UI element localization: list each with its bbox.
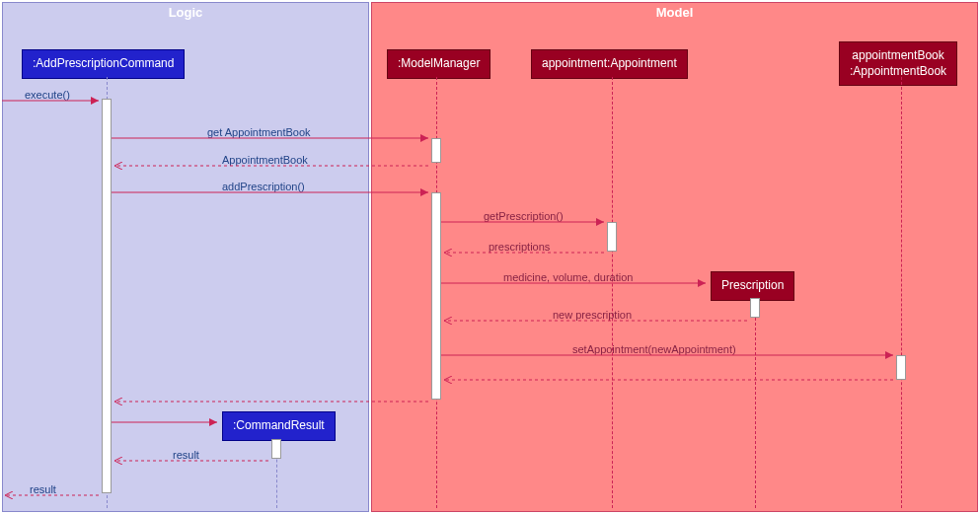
- msg-new-prescription: new prescription: [553, 309, 632, 321]
- msg-add-prescription: addPrescription(): [222, 181, 305, 192]
- sequence-diagram: Logic Model :AddPrescriptionCommand :Mod…: [0, 0, 980, 514]
- activation-modelmgr-1: [431, 138, 441, 163]
- activation-modelmgr-2: [431, 192, 441, 400]
- activation-cmdresult: [271, 439, 281, 459]
- lifeline-appointment: appointment:Appointment: [531, 49, 688, 79]
- msg-result-outer: result: [30, 483, 56, 495]
- msg-get-prescription: getPrescription(): [484, 210, 564, 222]
- activation-appointment: [607, 222, 617, 252]
- msg-execute: execute(): [25, 89, 70, 101]
- msg-result-inner: result: [173, 449, 199, 461]
- frame-logic-title: Logic: [163, 3, 209, 22]
- msg-med-vol-dur: medicine, volume, duration: [503, 271, 633, 283]
- msg-get-appt-book: get AppointmentBook: [207, 126, 311, 138]
- frame-model-title: Model: [650, 3, 700, 22]
- lifeline-line-prescription: [755, 298, 756, 508]
- msg-set-appointment: setAppointment(newAppointment): [572, 343, 736, 355]
- lifeline-appointment-book: appointmentBook :AppointmentBook: [839, 41, 957, 86]
- activation-addcmd: [102, 99, 112, 493]
- lifeline-command-result: :CommandResult: [222, 411, 336, 441]
- lifeline-line-appointment: [612, 77, 613, 508]
- lifeline-add-prescription-command: :AddPrescriptionCommand: [22, 49, 185, 79]
- lifeline-line-apptbook: [901, 77, 902, 508]
- lifeline-model-manager: :ModelManager: [387, 49, 490, 79]
- msg-prescriptions: prescriptions: [489, 241, 550, 253]
- lifeline-prescription: Prescription: [711, 271, 794, 301]
- activation-prescription: [750, 298, 760, 318]
- activation-apptbook: [896, 355, 906, 380]
- msg-appt-book-return: AppointmentBook: [222, 154, 308, 166]
